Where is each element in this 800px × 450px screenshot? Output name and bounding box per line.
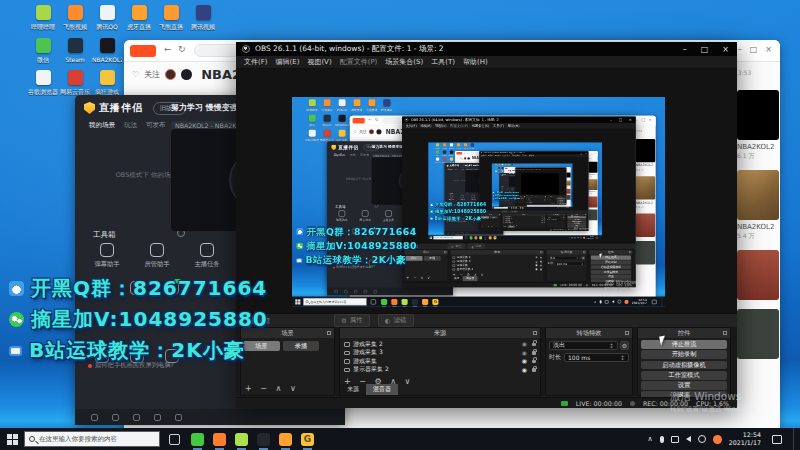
desktop-icon[interactable]: 飞熊直播: [365, 99, 379, 111]
task-view-icon[interactable]: [169, 434, 180, 445]
video-card[interactable]: NBA2KOL2 6.1 万: [588, 162, 597, 177]
close-button[interactable]: ×: [722, 45, 729, 54]
video-card[interactable]: NBA2KOL2 6.1 万: [636, 139, 656, 172]
transitions-dock-header[interactable]: 转场特效: [546, 328, 632, 338]
maximize-button[interactable]: □: [563, 168, 564, 169]
follow-label[interactable]: 关注: [144, 69, 160, 80]
taskbar-app-icon[interactable]: [513, 207, 514, 208]
bottombar-icon[interactable]: [133, 414, 140, 421]
duration-spinner[interactable]: 100 ms↕: [564, 353, 629, 362]
close-button[interactable]: ×: [565, 168, 566, 169]
menu-item[interactable]: 文件(F): [240, 57, 272, 67]
taskbar-search-input[interactable]: 在这里输入你要搜索的内容: [433, 236, 463, 239]
bottombar-icon[interactable]: [466, 232, 468, 234]
tool-item[interactable]: 房管助手: [459, 195, 466, 201]
control-button[interactable]: 设置: [641, 381, 727, 390]
maximize-button[interactable]: □: [701, 45, 709, 54]
tab-item[interactable]: 我的场景: [447, 169, 453, 171]
transition-gear-button[interactable]: ⚙: [581, 256, 585, 260]
tool-item[interactable]: 主播任务: [470, 195, 477, 201]
desktop-icon[interactable]: 飞熊视频: [320, 99, 334, 111]
tool-item[interactable]: 房管助手: [141, 243, 173, 269]
heart-icon[interactable]: ♡: [354, 130, 357, 134]
video-thumbnail[interactable]: [737, 170, 779, 220]
desktop-icon[interactable]: 腾讯QQ: [92, 5, 122, 31]
desktop-icon[interactable]: 哔哩哔哩: [305, 99, 319, 111]
bottombar-icon[interactable]: [452, 232, 454, 234]
tab-item[interactable]: 玩法: [455, 169, 458, 171]
dock-popout-icon[interactable]: [533, 331, 537, 335]
clock[interactable]: 12:54 2021/1/17: [729, 431, 761, 448]
bottombar-icon[interactable]: [154, 414, 161, 421]
back-icon[interactable]: ←: [368, 118, 372, 123]
video-card[interactable]: [566, 189, 570, 194]
close-button[interactable]: ×: [765, 45, 772, 54]
tab-item[interactable]: 我的场景: [89, 121, 115, 130]
desktop-icon[interactable]: 微信: [28, 38, 58, 64]
desktop-icon[interactable]: 谷歌浏览器: [434, 157, 441, 163]
start-button[interactable]: [0, 428, 24, 450]
menu-item[interactable]: 工具(T): [491, 124, 506, 129]
obs-preview[interactable]: 哔哩哔哩 飞熊视频 腾讯QQ 虎牙直播 飞熊直播 腾讯视频 微信 Steam N…: [428, 142, 602, 240]
dock-tab[interactable]: 来源: [340, 384, 366, 395]
video-card[interactable]: [636, 214, 656, 237]
taskbar-app-icon[interactable]: [381, 299, 387, 305]
video-thumbnail[interactable]: [636, 176, 656, 199]
minimize-button[interactable]: –: [610, 118, 612, 122]
sources-dock-header[interactable]: 来源: [451, 250, 544, 255]
avatar[interactable]: [510, 170, 511, 171]
tab-item[interactable]: 我的场景: [501, 176, 504, 177]
taskbar-app-icon[interactable]: [191, 433, 204, 446]
taskbar-app-icon[interactable]: [402, 299, 408, 305]
desktop-icon[interactable]: 微信: [434, 150, 441, 156]
tab-item[interactable]: 玩法: [350, 153, 356, 157]
lock-icon[interactable]: [540, 265, 542, 267]
menu-item[interactable]: 场景集合(S): [470, 124, 491, 129]
scene-item[interactable]: 录播: [424, 256, 441, 261]
refresh-icon[interactable]: ↻: [178, 44, 186, 54]
clock[interactable]: 12:54 2021/1/17: [565, 207, 568, 209]
video-thumbnail[interactable]: [588, 162, 597, 173]
tool-item[interactable]: 弹幕助手: [334, 210, 349, 222]
video-thumbnail[interactable]: [737, 309, 779, 359]
desktop-icon[interactable]: 腾讯视频: [511, 164, 514, 167]
video-thumbnail[interactable]: [588, 179, 597, 190]
speaker-icon[interactable]: [686, 436, 691, 442]
dock-tab[interactable]: 来源: [451, 276, 463, 281]
taskbar-app-icon[interactable]: [479, 236, 482, 239]
obs-titlebar[interactable]: OBS 26.1.1 (64-bit, windows) - 配置文件: 1 -…: [402, 117, 636, 124]
minimize-button[interactable]: –: [683, 45, 687, 54]
tool-item[interactable]: 房管助手: [358, 210, 373, 222]
minimize-button[interactable]: –: [738, 45, 742, 54]
bottombar-icon[interactable]: [462, 232, 464, 234]
desktop-icon[interactable]: 虎牙直播: [350, 99, 364, 111]
follow-label[interactable]: 关注: [459, 157, 462, 159]
video-thumbnail[interactable]: [566, 181, 570, 186]
sources-dock-header[interactable]: 来源: [502, 214, 545, 216]
control-button[interactable]: 停止推流: [641, 340, 727, 349]
lock-icon[interactable]: [540, 269, 542, 271]
bottombar-icon[interactable]: [364, 290, 367, 293]
avatar[interactable]: [181, 69, 192, 80]
desktop-icon[interactable]: 哔哩哔哩: [434, 143, 441, 149]
menu-item[interactable]: 视图(V): [303, 57, 335, 67]
controls-dock-header[interactable]: 控件: [589, 250, 632, 255]
transitions-dock-header[interactable]: 转场特效: [547, 197, 556, 198]
chat-icon[interactable]: [605, 300, 609, 303]
taskbar-app-icon[interactable]: G: [301, 433, 314, 446]
dock-popout-icon[interactable]: [583, 251, 585, 253]
desktop-icon[interactable]: 网易云音乐: [60, 70, 90, 96]
notification-center-icon[interactable]: [570, 207, 571, 208]
video-card[interactable]: NBA2KOL2 5.4 万: [588, 179, 597, 194]
tray-expand-icon[interactable]: ∧: [594, 300, 596, 304]
visibility-eye-icon[interactable]: ◉: [535, 264, 537, 267]
tray-expand-icon[interactable]: ∧: [569, 237, 570, 239]
dock-popout-icon[interactable]: [544, 214, 545, 215]
desktop-icon[interactable]: 飞熊直播: [462, 143, 469, 149]
visibility-eye-icon[interactable]: ◉: [535, 256, 537, 259]
tool-item[interactable]: 主播任务: [191, 243, 223, 269]
close-button[interactable]: ×: [629, 118, 632, 122]
minimize-button[interactable]: –: [577, 152, 578, 154]
avatar[interactable]: [165, 69, 176, 80]
menu-item[interactable]: 配置文件(P): [336, 57, 382, 67]
